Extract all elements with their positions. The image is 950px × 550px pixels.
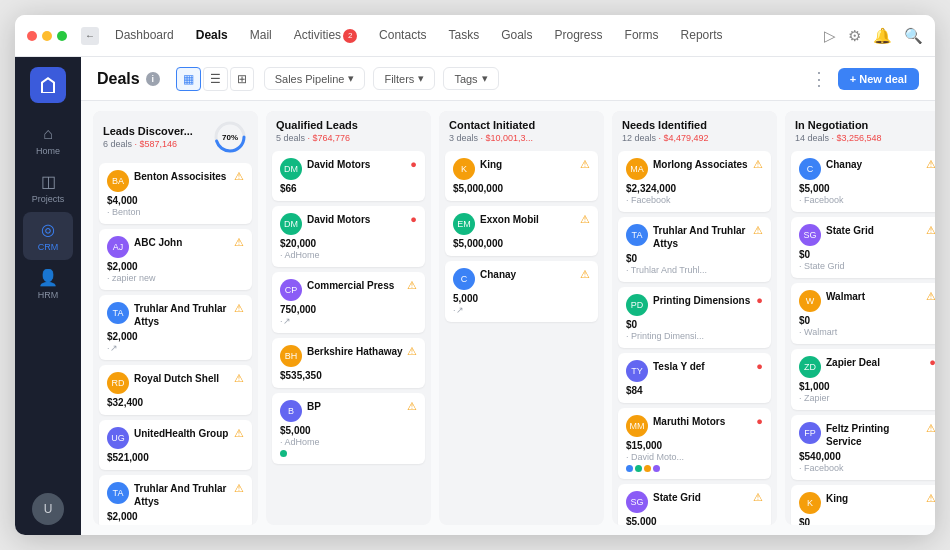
back-button[interactable]: ← [81,27,99,45]
deal-card[interactable]: MA Morlong Associates ⚠ $2,324,000 · Fac… [618,151,771,212]
card-avatar: AJ [107,236,129,258]
main-layout: ⌂ Home◫ Projects◎ CRM👤 HRM U Deals i [15,57,935,535]
col-header: Contact Initiated 3 deals · $10,001,3... [439,111,604,147]
search-icon[interactable]: 🔍 [904,27,923,45]
pipeline-select[interactable]: Sales Pipeline ▾ [264,67,366,90]
deal-card[interactable]: DM David Motors ● $20,000 · AdHome [272,206,425,267]
deal-card[interactable]: MM Maruthi Motors ● $15,000 · David Moto… [618,408,771,479]
info-icon[interactable]: i [146,72,160,86]
card-sub: · AdHome [280,437,417,447]
nav-item-contacts[interactable]: Contacts [369,24,436,46]
nav-item-forms[interactable]: Forms [615,24,669,46]
card-name: Benton Associsites [134,170,232,183]
filter-button[interactable]: Filters ▾ [373,67,435,90]
more-options-button[interactable]: ⋮ [810,68,828,90]
content-header: Deals i ▦ ☰ ⊞ Sales Pipeline ▾ Filters ▾ [81,57,935,101]
card-name: Chanay [480,268,578,281]
kanban-board: Leads Discover... 6 deals · $587,146 70%… [81,101,935,535]
nav-item-reports[interactable]: Reports [671,24,733,46]
nav-item-dashboard[interactable]: Dashboard [105,24,184,46]
deal-card[interactable]: ZD Zapier Deal ● $1,000 · Zapier [791,349,935,410]
deal-card[interactable]: FP Feltz Printing Service ⚠ $540,000 · F… [791,415,935,480]
deal-card[interactable]: SG State Grid ⚠ $0 · State Grid [791,217,935,278]
minimize-dot[interactable] [42,31,52,41]
sidebar-item-hrm[interactable]: 👤 HRM [23,260,73,308]
deal-card[interactable]: AJ ABC John ⚠ $2,000 · zapier new [99,229,252,290]
nav-item-tasks[interactable]: Tasks [438,24,489,46]
nav-item-goals[interactable]: Goals [491,24,542,46]
card-sub: · Facebook [626,195,763,205]
col-cards: DM David Motors ● $66 DM David Motors ● … [266,147,431,525]
deal-card[interactable]: CP Commercial Press ⚠ 750,000 ·↗ [272,272,425,333]
card-top: DM David Motors ● [280,213,417,235]
maximize-dot[interactable] [57,31,67,41]
deal-card[interactable]: RD Royal Dutch Shell ⚠ $32,400 [99,365,252,415]
deal-card[interactable]: EM Exxon Mobil ⚠ $5,000,000 [445,206,598,256]
col-title: Needs Identified [622,119,767,131]
new-deal-button[interactable]: + New deal [838,68,919,90]
status-icon: ● [929,356,935,368]
card-sub: ·↗ [107,523,244,525]
col-cards: BA Benton Associsites ⚠ $4,000 · Benton … [93,159,258,525]
card-sub: ·↗ [453,305,590,315]
deal-card[interactable]: UG UnitedHealth Group ⚠ $521,000 [99,420,252,470]
deal-card[interactable]: C Chanay ⚠ $5,000 · Facebook [791,151,935,212]
card-name: State Grid [653,491,751,504]
warn-icon: ⚠ [407,400,417,413]
card-top: K King ⚠ [799,492,935,514]
card-top: SG State Grid ⚠ [626,491,763,513]
deal-card[interactable]: BA Benton Associsites ⚠ $4,000 · Benton [99,163,252,224]
sidebar-item-projects[interactable]: ◫ Projects [23,164,73,212]
deal-card[interactable]: DM David Motors ● $66 [272,151,425,201]
list-view-button[interactable]: ☰ [203,67,228,91]
tags-button[interactable]: Tags ▾ [443,67,498,90]
sidebar-icon: ⌂ [43,125,53,143]
nav-item-deals[interactable]: Deals [186,24,238,46]
nav-item-activities[interactable]: Activities2 [284,24,367,47]
play-icon[interactable]: ▷ [824,27,836,45]
card-sub: · Printing Dimensi... [626,331,763,341]
card-name: Morlong Associates [653,158,751,171]
deal-card[interactable]: K King ⚠ $5,000,000 [445,151,598,201]
deal-card[interactable]: W Walmart ⚠ $0 · Walmart [791,283,935,344]
nav-item-progress[interactable]: Progress [545,24,613,46]
deal-card[interactable]: C Chanay ⚠ 5,000 ·↗ [445,261,598,322]
bell-icon[interactable]: 🔔 [873,27,892,45]
card-name: State Grid [826,224,924,237]
card-amount: $5,000 [799,183,935,194]
deal-card[interactable]: TA Truhlar And Truhlar Attys ⚠ $0 · Truh… [618,217,771,282]
kanban-column-negotiation: In Negotiation 14 deals · $3,256,548 C C… [785,111,935,525]
card-avatar: DM [280,158,302,180]
card-avatar: BA [107,170,129,192]
calendar-view-button[interactable]: ⊞ [230,67,254,91]
deal-card[interactable]: BH Berkshire Hathaway ⚠ $535,350 [272,338,425,388]
sidebar-item-crm[interactable]: ◎ CRM [23,212,73,260]
status-icon: ● [756,360,763,372]
deal-card[interactable]: SG State Grid ⚠ $5,000 [618,484,771,525]
warn-icon: ⚠ [926,158,935,171]
card-avatar: TA [107,302,129,324]
deal-card[interactable]: TY Tesla Y def ● $84 [618,353,771,403]
window-controls [27,31,67,41]
app-logo [30,67,66,103]
kanban-view-button[interactable]: ▦ [176,67,201,91]
card-amount: $1,000 [799,381,935,392]
deal-card[interactable]: TA Truhlar And Truhlar Attys ⚠ $2,000 ·↗ [99,295,252,360]
nav-item-mail[interactable]: Mail [240,24,282,46]
warn-icon: ⚠ [234,427,244,440]
card-name: Truhlar And Truhlar Attys [134,482,232,508]
sidebar-item-home[interactable]: ⌂ Home [23,117,73,164]
card-top: AJ ABC John ⚠ [107,236,244,258]
warn-icon: ⚠ [926,492,935,505]
deal-card[interactable]: TA Truhlar And Truhlar Attys ⚠ $2,000 ·↗ [99,475,252,525]
col-header: Needs Identified 12 deals · $4,479,492 [612,111,777,147]
close-dot[interactable] [27,31,37,41]
gear-icon[interactable]: ⚙ [848,27,861,45]
card-top: PD Printing Dimensions ● [626,294,763,316]
user-avatar[interactable]: U [32,493,64,525]
card-sub: · Facebook [799,463,935,473]
deal-card[interactable]: PD Printing Dimensions ● $0 · Printing D… [618,287,771,348]
deal-card[interactable]: K King ⚠ $0 · King [791,485,935,525]
indicator-dot [280,450,287,457]
deal-card[interactable]: B BP ⚠ $5,000 · AdHome [272,393,425,464]
